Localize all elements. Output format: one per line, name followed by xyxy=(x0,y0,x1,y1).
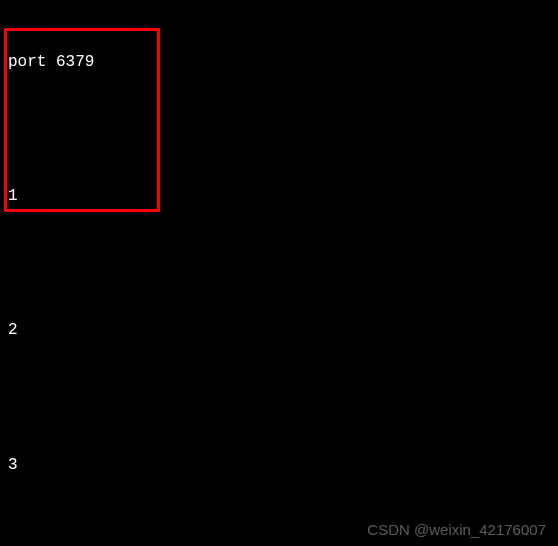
config-line: 2 xyxy=(8,319,550,341)
blank-line xyxy=(8,387,550,409)
config-line: port 6379 xyxy=(8,51,550,73)
config-line: 3 xyxy=(8,454,550,476)
blank-line xyxy=(8,118,550,140)
blank-line xyxy=(8,252,550,274)
terminal-output[interactable]: port 6379 1 2 3 4 bind 0.0.0.0 cluster-e… xyxy=(8,6,550,546)
config-line: 1 xyxy=(8,185,550,207)
watermark: CSDN @weixin_42176007 xyxy=(367,521,546,538)
